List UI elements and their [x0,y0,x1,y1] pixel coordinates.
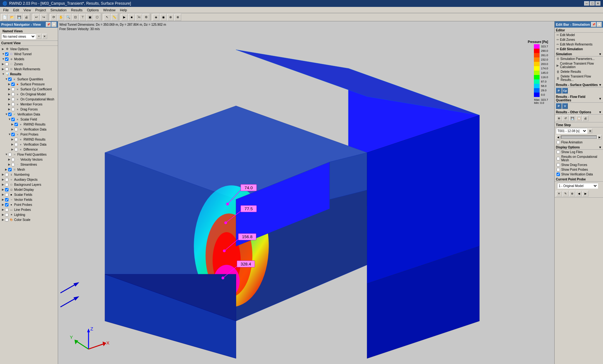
expand-models[interactable]: ▼ [2,57,5,61]
tb-measure[interactable]: 📏 [111,14,118,21]
cb-mesh-ref[interactable] [5,67,8,71]
expand-rwind-1[interactable]: ▶ [11,123,14,126]
expand-bg[interactable]: ▶ [2,183,5,186]
expand-point-p[interactable]: ▶ [2,203,5,206]
tb-view-iso[interactable]: ⬡ [94,14,100,21]
del-view-btn[interactable]: ✕ [42,34,47,39]
tb-pan[interactable]: ✋ [57,14,64,21]
expand-on-original[interactable]: ▶ [8,93,11,96]
cb-on-original[interactable] [11,93,15,96]
expand-scalar-fs[interactable]: ▶ [2,193,5,196]
tree-surface-cp[interactable]: ▶ ■ Surface Cp Coefficient [1,87,57,92]
expand-surface-p[interactable]: ▶ [8,83,11,86]
cb-lighting[interactable] [5,213,8,217]
menu-file[interactable]: File [1,8,11,13]
rp-tb-4[interactable]: 📋 [576,115,582,121]
tree-numbering[interactable]: ▶ 1 Numbering [1,172,57,177]
expand-results[interactable]: ▼ [2,72,5,76]
menu-project[interactable]: Project [33,8,48,13]
rp-tb-5[interactable]: 🖨 [582,115,589,121]
menu-simulation[interactable]: Simulation [49,8,68,13]
rp-sim-params[interactable]: ⚙ Simulation Parameters... [555,56,603,61]
tb-play[interactable]: ▶ [121,14,128,21]
expand-scalar-f[interactable]: ▼ [8,118,11,121]
tb-extra3[interactable]: ⊕ [167,14,174,21]
ts-next-btn[interactable]: ▶ [597,135,602,139]
cb-on-comp[interactable] [11,98,15,101]
tb-settings[interactable]: ⚙ [143,14,149,21]
menu-options[interactable]: Options [85,8,101,13]
tree-zones[interactable]: ▶ □ Zones [1,62,57,67]
tb-view-top[interactable]: ⊤ [79,14,86,21]
tree-on-comp-mesh[interactable]: ▶ ■ On Computational Mesh [1,97,57,102]
tree-streamlines[interactable]: ▶ ~ Streamlines [1,162,57,167]
tb-rotate[interactable]: ⟳ [50,14,57,21]
expand-vel-v[interactable]: ▶ [8,158,11,161]
cb-verif-sub2[interactable] [14,143,18,146]
tree-flow-field-q[interactable]: ▼ ≋ Flow Field Quantities [1,152,57,157]
cb-models[interactable] [5,57,8,61]
cb-color-s[interactable] [5,218,8,222]
cb-point-probes[interactable] [557,168,560,171]
tree-aux-objects[interactable]: ▶ ○ Auxiliary Objects [1,177,57,182]
tb-fit[interactable]: ⊡ [72,14,79,21]
tree-on-original[interactable]: ▶ ■ On Original Model [1,92,57,97]
panel-close-btn[interactable]: ✕ [52,22,57,27]
tree-verif-data-sub2[interactable]: ▶ ■ Verification Data [1,142,57,147]
tree-lighting[interactable]: ▶ ☀ Lighting [1,212,57,217]
expand-view-options[interactable]: ▶ [2,47,5,51]
cb-zones[interactable] [5,62,8,66]
cb-mesh[interactable] [8,168,12,171]
tree-verif-data-sub1[interactable]: ▶ ■ Verification Data [1,127,57,132]
expand-results-other[interactable]: ▼ [599,110,602,114]
cb-flow-q[interactable] [8,153,12,156]
tree-drag-forces[interactable]: ▶ ■ Drag Forces [1,107,57,112]
tree-wind-tunnel[interactable]: ▼ □ Wind Tunnel [1,51,57,56]
tree-surface-pressure[interactable]: ▶ ■ Surface Pressure [1,82,57,87]
tb-open[interactable]: 📂 [8,14,15,21]
rp-close-btn[interactable]: ✕ [597,22,602,27]
tree-scalar-fields[interactable]: ▶ ■ Scalar Fields [1,192,57,197]
tb-extra1[interactable]: ◈ [153,14,160,21]
tb-select[interactable]: ↖ [104,14,111,21]
panel-pin-btn[interactable]: 📌 [46,22,51,27]
maximize-btn[interactable]: □ [590,1,595,6]
tree-point-probes[interactable]: ▶ ● Point Probes [1,202,57,207]
cb-diff[interactable] [14,148,18,151]
cb-rwind-1[interactable] [14,123,18,126]
p-btn[interactable]: P [556,88,562,94]
menu-help[interactable]: Help [118,8,129,13]
expand-model-d[interactable]: ▶ [2,188,5,191]
rp-edit-zones[interactable]: ✏ Edit Zones [555,37,603,42]
probe-tb-5[interactable]: ▶ [582,191,589,196]
expand-mesh-ref[interactable]: ▶ [2,67,5,71]
tree-results[interactable]: ▼ 📊 Results [1,72,57,77]
expand-member-f[interactable]: ▶ [8,103,11,106]
expand-zones[interactable]: ▶ [2,62,5,66]
cb-show-log[interactable] [557,150,560,154]
expand-flow-q[interactable]: ▼ [5,153,8,156]
cb-pp-verif[interactable] [11,133,15,136]
time-step-dropdown[interactable]: T001 - 12.08 [s] [556,128,587,134]
cb-numbering[interactable] [5,173,8,176]
expand-display-opts[interactable]: ▼ [599,146,602,149]
rp-edit-simulation[interactable]: ✏ Edit Simulation [555,47,603,51]
tree-mesh[interactable]: ▶ ⊞ Mesh [1,167,57,172]
rp-delete-results[interactable]: 🗑 Delete Results [555,69,603,74]
add-view-btn[interactable]: + [36,34,41,39]
tree-view-options[interactable]: ▶ ⚙ View Options [1,46,57,51]
cp-btn[interactable]: Cp [562,88,568,94]
tree-difference[interactable]: ▶ ■ Difference [1,147,57,152]
cb-flow-anim[interactable] [557,141,560,144]
expand-sim-section[interactable]: ▼ [599,52,602,56]
current-probe-dropdown[interactable]: 1 - Original Model [557,183,598,189]
probe-tb-1[interactable]: ✕ [556,191,562,196]
tb-undo[interactable]: ↩ [33,14,40,21]
cb-vel-v[interactable] [11,158,15,161]
expand-aux[interactable]: ▶ [2,178,5,181]
expand-lighting[interactable]: ▶ [2,213,5,216]
ts-prev-btn[interactable]: ◀ [556,135,560,139]
probe-tb-4[interactable]: ◀ [576,191,582,196]
tree-rwind-results-1[interactable]: ▶ ■ RWIND Results [1,122,57,127]
tb-extra4[interactable]: ⊗ [174,14,181,21]
